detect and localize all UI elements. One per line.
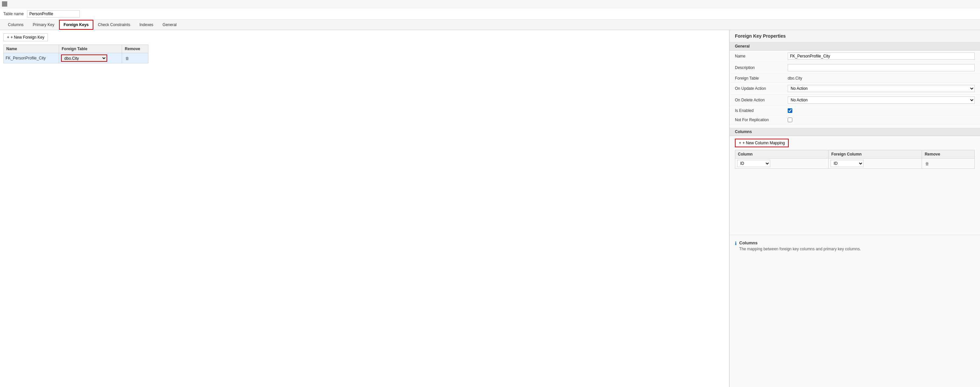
topbar: Table name [0, 8, 980, 20]
col-map-header-remove: Remove [922, 150, 975, 158]
tab-primary-key[interactable]: Primary Key [28, 20, 59, 30]
tab-general[interactable]: General [158, 20, 181, 30]
prop-input-name[interactable] [788, 53, 975, 60]
prop-label-foreign-table: Foreign Table [735, 76, 788, 81]
tab-columns[interactable]: Columns [3, 20, 28, 30]
right-panel-title: Foreign Key Properties [730, 30, 980, 42]
prop-label-on-delete: On Delete Action [735, 98, 788, 102]
table-name-input[interactable] [27, 10, 80, 18]
section-general-header: General [730, 42, 980, 51]
columns-section: + + New Column Mapping Column Foreign Co… [730, 136, 980, 169]
info-icon: ℹ [735, 241, 737, 246]
prop-label-not-for-replication: Not For Replication [735, 118, 788, 122]
table-row: ID ID CityID Name 🗑 [735, 158, 975, 169]
prop-label-description: Description [735, 66, 788, 70]
col-map-header-foreign-column: Foreign Column [829, 150, 922, 158]
col-map-column-cell: ID [735, 158, 829, 169]
col-header-remove: Remove [122, 45, 148, 53]
main-area: + + New Foreign Key Name Foreign Table R… [0, 30, 980, 387]
plus-icon: + [7, 35, 9, 40]
prop-row-description: Description [730, 62, 980, 74]
col-header-foreign-table: Foreign Table [59, 45, 122, 53]
info-row: ℹ Columns The mapping between foreign ke… [735, 240, 975, 251]
right-panel: Foreign Key Properties General Name Desc… [729, 30, 980, 387]
tab-check-constraints[interactable]: Check Constraints [93, 20, 135, 30]
new-col-mapping-label: + New Column Mapping [743, 141, 785, 145]
foreign-table-select[interactable]: dbo.City dbo.Country dbo.State [61, 54, 107, 62]
trash-icon: 🗑 [125, 56, 129, 61]
col-map-header-column: Column [735, 150, 829, 158]
prop-row-not-for-replication: Not For Replication [730, 115, 980, 125]
prop-label-is-enabled: Is Enabled [735, 108, 788, 113]
bottom-info: ℹ Columns The mapping between foreign ke… [730, 235, 980, 259]
prop-row-foreign-table: Foreign Table dbo.City [730, 74, 980, 83]
prop-select-on-delete[interactable]: No Action Cascade Set Null Set Default [788, 96, 975, 104]
prop-checkbox-is-enabled[interactable] [788, 108, 792, 113]
new-column-mapping-button[interactable]: + + New Column Mapping [735, 139, 789, 147]
trash-icon-col: 🗑 [925, 162, 929, 166]
prop-input-description[interactable] [788, 64, 975, 71]
col-map-foreign-column-cell: ID CityID Name [829, 158, 922, 169]
prop-row-name: Name [730, 51, 980, 62]
prop-select-on-update[interactable]: No Action Cascade Set Null Set Default [788, 85, 975, 92]
left-panel: + + New Foreign Key Name Foreign Table R… [0, 30, 729, 387]
col-map-delete-button[interactable]: 🗑 [924, 160, 931, 167]
tab-foreign-keys[interactable]: Foreign Keys [59, 20, 93, 30]
section-columns-header: Columns [730, 128, 980, 136]
plus-icon-col: + [739, 141, 741, 145]
fk-remove-cell: 🗑 [122, 53, 148, 63]
table-name-label: Table name [3, 11, 24, 16]
prop-label-on-update: On Update Action [735, 86, 788, 91]
table-row[interactable]: FK_PersonProfile_City dbo.City dbo.Count… [4, 53, 148, 63]
info-content: Columns The mapping between foreign key … [739, 240, 861, 251]
prop-value-foreign-table: dbo.City [788, 76, 975, 81]
prop-label-name: Name [735, 54, 788, 58]
col-map-remove-cell: 🗑 [922, 158, 975, 169]
info-description: The mapping between foreign key columns … [739, 247, 861, 251]
prop-row-on-update: On Update Action No Action Cascade Set N… [730, 83, 980, 94]
prop-row-is-enabled: Is Enabled [730, 106, 980, 115]
new-fk-label: + New Foreign Key [11, 35, 44, 40]
fk-name-cell: FK_PersonProfile_City [4, 53, 59, 63]
fk-foreign-table-cell: dbo.City dbo.Country dbo.State [59, 53, 122, 63]
column-mapping-table: Column Foreign Column Remove ID [735, 150, 975, 169]
info-title: Columns [739, 240, 861, 245]
fk-delete-button[interactable]: 🗑 [124, 55, 130, 61]
foreign-keys-table: Name Foreign Table Remove FK_PersonProfi… [3, 45, 148, 63]
col-header-name: Name [4, 45, 59, 53]
prop-checkbox-not-for-replication[interactable] [788, 118, 792, 122]
col-map-foreign-column-select[interactable]: ID CityID Name [830, 160, 864, 167]
new-foreign-key-button[interactable]: + + New Foreign Key [3, 34, 48, 41]
tab-indexes[interactable]: Indexes [135, 20, 158, 30]
tabs-bar: Columns Primary Key Foreign Keys Check C… [0, 20, 980, 30]
prop-row-on-delete: On Delete Action No Action Cascade Set N… [730, 94, 980, 106]
app-icon [2, 1, 7, 6]
col-map-column-select[interactable]: ID [737, 160, 770, 167]
